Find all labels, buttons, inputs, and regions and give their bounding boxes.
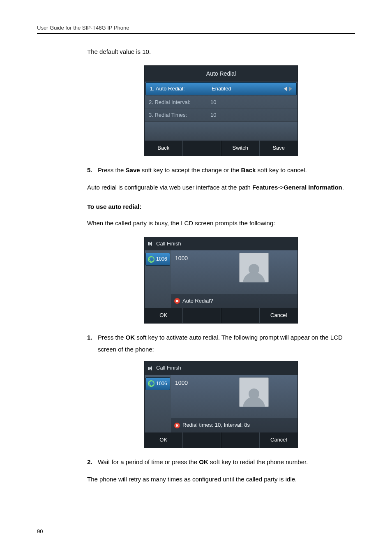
line-tab[interactable]: 1006 <box>145 253 170 266</box>
config-row-redial-interval[interactable]: 2. Redial Interval: 10 <box>145 96 297 109</box>
softkey-ok[interactable]: OK <box>145 308 183 323</box>
top-title: Call Finish <box>156 363 181 373</box>
text: Wait for a period of time or press the <box>98 458 199 465</box>
step-2: 2. Wait for a period of time or press th… <box>87 456 355 468</box>
call-panel: 1000 Auto Redial? <box>171 250 297 308</box>
error-icon <box>174 423 180 428</box>
line-number: 1006 <box>156 379 167 388</box>
ok-label: OK <box>199 458 208 465</box>
text: soft key to redial the phone number. <box>208 458 308 465</box>
top-title: Call Finish <box>156 239 181 249</box>
prompt-text: Auto Redial? <box>182 296 213 306</box>
row-label: 2. Redial Interval: <box>149 97 210 108</box>
line-tab[interactable]: 1006 <box>145 377 170 390</box>
back-label: Back <box>241 166 256 173</box>
row-value: Enabled <box>212 84 284 94</box>
config-path-paragraph: Auto redial is configurable via web user… <box>87 182 355 194</box>
text: Press the <box>98 334 126 341</box>
call-panel: 1000 Redial times: 10, Interval: 8s <box>171 375 297 432</box>
text: . <box>342 184 344 191</box>
page-number: 90 <box>37 528 43 534</box>
softkey-save[interactable]: Save <box>260 141 298 156</box>
config-row-auto-redial[interactable]: 1. Auto Redial: Enabled <box>145 82 297 95</box>
row-value: 10 <box>210 110 293 120</box>
arrow-right-icon[interactable] <box>289 86 292 91</box>
softkey-bar: OK Cancel <box>145 432 297 448</box>
step-1: 1. Press the OK soft key to activate aut… <box>87 332 355 355</box>
softkey-bar: OK Cancel <box>145 308 297 323</box>
softkey-empty <box>183 308 221 323</box>
line-number: 1006 <box>156 254 167 264</box>
softkey-ok[interactable]: OK <box>145 432 183 448</box>
row-label: 3. Redial Times: <box>149 110 210 120</box>
phone-screen-auto-redial: Auto Redial 1. Auto Redial: Enabled 2. R… <box>144 65 298 156</box>
features-label: Features <box>252 184 278 191</box>
ok-label: OK <box>126 334 135 341</box>
text: soft key to cancel. <box>256 166 307 173</box>
top-bar: Call Finish <box>145 237 297 251</box>
softkey-empty <box>183 141 221 156</box>
text: soft key to activate auto redial. The fo… <box>98 334 343 353</box>
step-number: 1. <box>87 332 98 355</box>
softkey-bar: Back Switch Save <box>145 141 297 156</box>
handset-icon <box>147 379 156 388</box>
speaker-icon <box>148 366 154 371</box>
content-area: The default value is 10. Auto Redial 1. … <box>87 46 355 486</box>
softkey-switch[interactable]: Switch <box>221 141 260 156</box>
row-value: 10 <box>210 97 293 108</box>
prompt-text: Redial times: 10, Interval: 8s <box>182 420 250 430</box>
caller-id: 1000 <box>175 377 293 388</box>
caller-id: 1000 <box>175 253 293 264</box>
softkey-back[interactable]: Back <box>145 141 183 156</box>
running-header: User Guide for the SIP-T46G IP Phone <box>37 25 355 34</box>
text: -> <box>278 184 284 191</box>
heading-use-auto-redial: To use auto redial: <box>87 201 355 213</box>
step-number: 2. <box>87 456 98 468</box>
save-label: Save <box>126 166 140 173</box>
intro-paragraph: The default value is 10. <box>87 46 355 58</box>
retry-paragraph: The phone will retry as many times as co… <box>87 474 355 486</box>
phone-screen-call-finish-prompt: Call Finish 1006 1000 Auto Redi <box>144 237 298 324</box>
softkey-empty <box>221 432 260 448</box>
row-label: 1. Auto Redial: <box>150 84 212 94</box>
softkey-cancel[interactable]: Cancel <box>260 308 298 323</box>
general-information-label: General Information <box>284 184 342 191</box>
top-bar: Call Finish <box>145 361 297 375</box>
step-5: 5. Press the Save soft key to accept the… <box>87 164 355 176</box>
phone-screen-call-finish-countdown: Call Finish 1006 1000 Redial ti <box>144 361 298 448</box>
handset-icon <box>147 255 156 264</box>
softkey-empty <box>221 308 260 323</box>
text: Auto redial is configurable via web user… <box>87 184 252 191</box>
prompt-bar: Redial times: 10, Interval: 8s <box>171 418 297 432</box>
avatar <box>239 253 269 282</box>
speaker-icon <box>148 241 154 246</box>
prompt-bar: Auto Redial? <box>171 294 297 308</box>
error-icon <box>174 298 180 304</box>
text: Press the <box>98 166 126 173</box>
arrow-left-icon[interactable] <box>284 86 287 91</box>
screen-title: Auto Redial <box>145 66 297 82</box>
softkey-cancel[interactable]: Cancel <box>260 432 298 448</box>
avatar <box>239 377 269 407</box>
config-row-redial-times[interactable]: 3. Redial Times: 10 <box>145 109 297 122</box>
text: soft key to accept the change or the <box>140 166 241 173</box>
softkey-empty <box>183 432 221 448</box>
step-number: 5. <box>87 164 98 176</box>
line-sidebar: 1006 <box>145 250 171 308</box>
left-right-arrows-icon[interactable] <box>284 86 292 91</box>
busy-prompt-paragraph: When the called party is busy, the LCD s… <box>87 217 355 229</box>
line-sidebar: 1006 <box>145 375 171 432</box>
